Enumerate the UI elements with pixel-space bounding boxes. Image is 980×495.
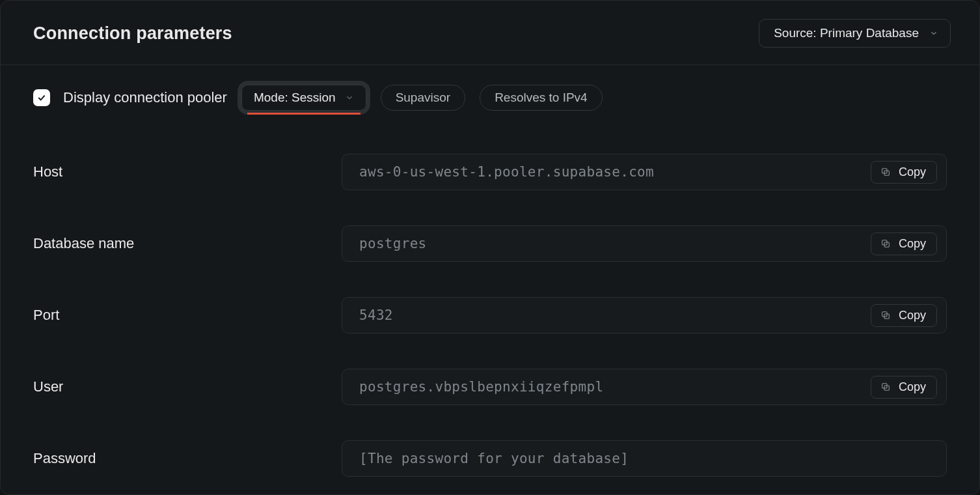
card-title: Connection parameters [33, 23, 232, 44]
card-header: Connection parameters Source: Primary Da… [1, 1, 979, 65]
toolbar: Display connection pooler Mode: Session … [33, 85, 947, 111]
copy-button[interactable]: Copy [871, 161, 937, 184]
field-label: Host [33, 163, 342, 180]
display-pooler-label: Display connection pooler [63, 89, 227, 106]
chevron-down-icon [345, 93, 354, 102]
copy-button[interactable]: Copy [871, 304, 937, 327]
connection-fields: Hostaws-0-us-west-1.pooler.supabase.comC… [33, 141, 947, 490]
field-value-text: postgres [359, 236, 427, 251]
field-value: 5432Copy [342, 297, 947, 333]
display-pooler-checkbox[interactable]: Display connection pooler [33, 89, 227, 106]
field-label: Port [33, 307, 342, 324]
copy-button[interactable]: Copy [871, 376, 937, 399]
field-label: Password [33, 450, 342, 467]
field-value-text: postgres.vbpslbepnxiiqzefpmpl [359, 379, 603, 395]
chevron-down-icon [929, 29, 938, 38]
checkbox-box [33, 89, 50, 106]
copy-button-label: Copy [899, 165, 926, 179]
mode-select[interactable]: Mode: Session [241, 85, 366, 111]
field-value-text: aws-0-us-west-1.pooler.supabase.com [359, 164, 654, 180]
field-value: postgres.vbpslbepnxiiqzefpmplCopy [342, 369, 947, 405]
field-value: [The password for your database] [342, 440, 947, 477]
field-row: Database namepostgresCopy [33, 212, 947, 275]
copy-icon [880, 238, 891, 249]
field-value: postgresCopy [342, 225, 947, 262]
copy-button-label: Copy [899, 237, 926, 251]
field-row: Userpostgres.vbpslbepnxiiqzefpmplCopy [33, 356, 947, 418]
copy-button-label: Copy [899, 309, 926, 322]
field-label: Database name [33, 235, 342, 252]
copy-button[interactable]: Copy [871, 233, 937, 255]
field-row: Hostaws-0-us-west-1.pooler.supabase.comC… [33, 141, 947, 203]
field-label: User [33, 378, 342, 395]
source-select-label: Source: Primary Database [774, 26, 919, 40]
check-icon [36, 92, 47, 103]
source-select[interactable]: Source: Primary Database [759, 19, 951, 48]
mode-select-label: Mode: Session [254, 91, 336, 105]
copy-icon [880, 382, 891, 392]
field-value-text: 5432 [359, 307, 393, 323]
connection-params-card: Connection parameters Source: Primary Da… [0, 0, 980, 495]
field-row: Port5432Copy [33, 284, 947, 346]
card-body: Display connection pooler Mode: Session … [1, 65, 979, 494]
field-row: Password[The password for your database] [33, 427, 947, 490]
chip-resolves-ipv4: Resolves to IPv4 [480, 85, 603, 111]
copy-icon [880, 310, 891, 320]
copy-button-label: Copy [899, 380, 926, 394]
copy-icon [880, 167, 891, 177]
field-value-text: [The password for your database] [359, 451, 629, 466]
field-value: aws-0-us-west-1.pooler.supabase.comCopy [342, 154, 947, 190]
chip-supavisor: Supavisor [381, 85, 466, 111]
